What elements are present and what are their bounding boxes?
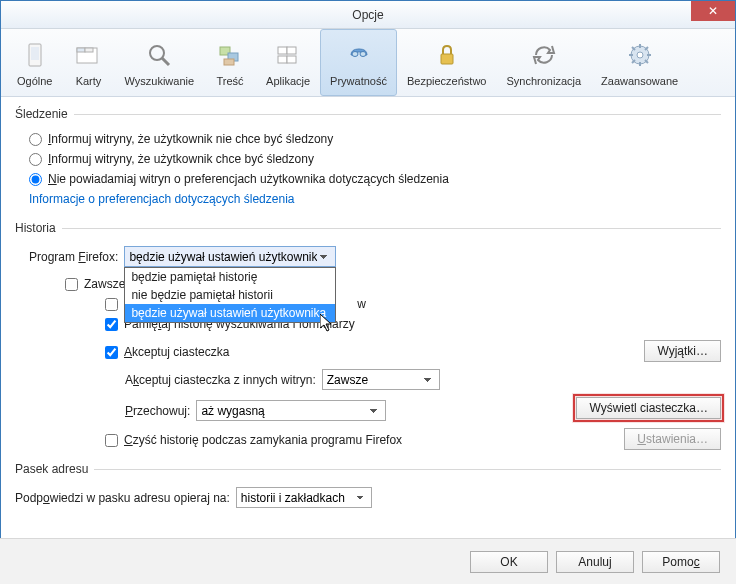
svg-point-5	[150, 46, 164, 60]
gear-icon	[624, 39, 656, 71]
show-cookies-button[interactable]: Wyświetl ciasteczka…	[576, 397, 721, 419]
tab-label: Aplikacje	[266, 75, 310, 87]
dialog-footer: OK Anuluj Pomoc	[0, 538, 736, 584]
window-title: Opcje	[352, 8, 383, 22]
tracking-label-1: Informuj witryny, że użytkownik nie chce…	[48, 132, 333, 146]
history-mode-select[interactable]: będzie używał ustawień użytkownika	[124, 246, 336, 267]
tab-label: Treść	[217, 75, 244, 87]
privacy-icon	[343, 39, 375, 71]
dropdown-option-selected[interactable]: będzie używał ustawień użytkownika	[125, 304, 335, 322]
addressbar-select[interactable]: historii i zakładkach	[236, 487, 372, 508]
tracking-label-3: Nie powiadamiaj witryn o preferencjach u…	[48, 172, 449, 186]
tab-search[interactable]: Wyszukiwanie	[114, 29, 204, 96]
keep-label: Przechowuj:	[125, 404, 190, 418]
svg-line-6	[162, 58, 169, 65]
tab-advanced[interactable]: Zaawansowane	[591, 29, 688, 96]
help-button[interactable]: Pomoc	[642, 551, 720, 573]
tracking-radio-track[interactable]	[29, 153, 42, 166]
tab-tabs[interactable]: Karty	[62, 29, 114, 96]
tab-label: Synchronizacja	[506, 75, 581, 87]
content-icon	[214, 39, 246, 71]
clear-on-close-checkbox[interactable]	[105, 434, 118, 447]
search-icon	[143, 39, 175, 71]
tracking-group: Śledzenie Informuj witryny, że użytkowni…	[15, 107, 721, 219]
tracking-info-link[interactable]: Informacje o preferencjach dotyczących ś…	[15, 189, 294, 209]
tracking-label-2: Informuj witryny, że użytkownik chce być…	[48, 152, 314, 166]
remember-forms-checkbox[interactable]	[105, 318, 118, 331]
dropdown-option[interactable]: nie będzie pamiętał historii	[125, 286, 335, 304]
general-icon	[19, 39, 51, 71]
history-mode-label: Program Firefox:	[29, 250, 118, 264]
addressbar-legend: Pasek adresu	[15, 462, 94, 476]
third-party-select[interactable]: Zawsze	[322, 369, 440, 390]
accept-cookies-checkbox[interactable]	[105, 346, 118, 359]
content-area: Śledzenie Informuj witryny, że użytkowni…	[1, 97, 735, 529]
history-group: Historia Program Firefox: będzie używał …	[15, 221, 721, 460]
tab-label: Ogólne	[17, 75, 52, 87]
clear-settings-button: Ustawienia…	[624, 428, 721, 450]
titlebar: Opcje ✕	[1, 1, 735, 29]
keep-select[interactable]: aż wygasną	[196, 400, 386, 421]
close-button[interactable]: ✕	[691, 1, 735, 21]
tab-applications[interactable]: Aplikacje	[256, 29, 320, 96]
ok-button[interactable]: OK	[470, 551, 548, 573]
close-icon: ✕	[708, 4, 718, 18]
tab-security[interactable]: Bezpieczeństwo	[397, 29, 497, 96]
svg-point-18	[637, 52, 643, 58]
tab-label: Prywatność	[330, 75, 387, 87]
tab-label: Wyszukiwanie	[124, 75, 194, 87]
svg-rect-13	[287, 56, 296, 63]
tab-label: Bezpieczeństwo	[407, 75, 487, 87]
applications-icon	[272, 39, 304, 71]
tab-content[interactable]: Treść	[204, 29, 256, 96]
history-mode-dropdown[interactable]: będzie pamiętał historię nie będzie pami…	[124, 267, 336, 323]
always-private-checkbox[interactable]	[65, 278, 78, 291]
accept-cookies-label: Akceptuj ciasteczka	[124, 345, 229, 359]
tab-general[interactable]: Ogólne	[7, 29, 62, 96]
svg-rect-11	[287, 47, 296, 54]
tracking-radio-noinform[interactable]	[29, 173, 42, 186]
svg-point-14	[352, 51, 358, 56]
lock-icon	[431, 39, 463, 71]
svg-rect-10	[278, 47, 287, 54]
svg-rect-1	[31, 47, 39, 60]
svg-point-15	[360, 51, 366, 56]
clear-on-close-label: Czyść historię podczas zamykania program…	[124, 433, 402, 447]
dropdown-option[interactable]: będzie pamiętał historię	[125, 268, 335, 286]
tab-privacy[interactable]: Prywatność	[320, 29, 397, 96]
category-toolbar: Ogólne Karty Wyszukiwanie Treść Aplikacj…	[1, 29, 735, 97]
third-party-label: Akceptuj ciasteczka z innych witryn:	[125, 373, 316, 387]
tab-label: Karty	[76, 75, 102, 87]
svg-rect-12	[278, 56, 287, 63]
history-legend: Historia	[15, 221, 62, 235]
svg-rect-3	[77, 48, 85, 52]
exceptions-button[interactable]: Wyjątki…	[644, 340, 721, 362]
cancel-button[interactable]: Anuluj	[556, 551, 634, 573]
svg-rect-16	[441, 54, 453, 64]
addressbar-label: Podpowiedzi w pasku adresu opieraj na:	[15, 491, 230, 505]
addressbar-group: Pasek adresu Podpowiedzi w pasku adresu …	[15, 462, 721, 521]
svg-rect-4	[85, 48, 93, 52]
tab-label: Zaawansowane	[601, 75, 678, 87]
tab-sync[interactable]: Synchronizacja	[496, 29, 591, 96]
tracking-legend: Śledzenie	[15, 107, 74, 121]
svg-rect-9	[224, 59, 234, 65]
tracking-radio-donottrack[interactable]	[29, 133, 42, 146]
tabs-icon	[72, 39, 104, 71]
remember-visits-checkbox[interactable]	[105, 298, 118, 311]
sync-icon	[528, 39, 560, 71]
